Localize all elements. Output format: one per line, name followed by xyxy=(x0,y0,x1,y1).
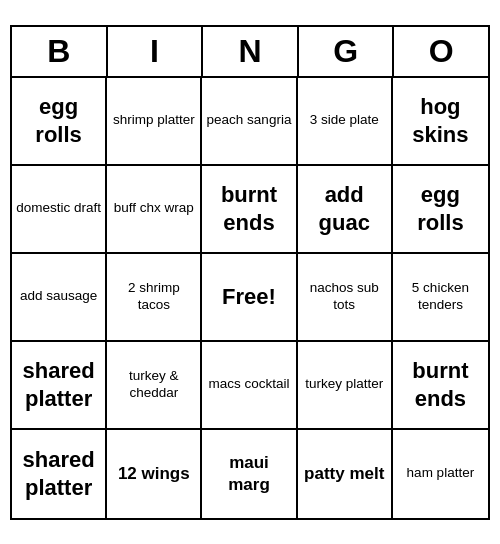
bingo-cell-9: egg rolls xyxy=(393,166,488,254)
bingo-cell-3: 3 side plate xyxy=(298,78,393,166)
header-letter-g: G xyxy=(299,27,395,76)
header-letter-b: B xyxy=(12,27,108,76)
bingo-cell-17: macs cocktail xyxy=(202,342,297,430)
bingo-header: BINGO xyxy=(12,27,488,78)
bingo-grid: egg rollsshrimp platterpeach sangria3 si… xyxy=(12,78,488,518)
bingo-cell-2: peach sangria xyxy=(202,78,297,166)
bingo-cell-23: patty melt xyxy=(298,430,393,518)
bingo-cell-8: add guac xyxy=(298,166,393,254)
bingo-cell-10: add sausage xyxy=(12,254,107,342)
bingo-cell-13: nachos sub tots xyxy=(298,254,393,342)
bingo-cell-14: 5 chicken tenders xyxy=(393,254,488,342)
bingo-cell-16: turkey & cheddar xyxy=(107,342,202,430)
header-letter-o: O xyxy=(394,27,488,76)
bingo-cell-20: shared platter xyxy=(12,430,107,518)
bingo-cell-6: buff chx wrap xyxy=(107,166,202,254)
header-letter-i: I xyxy=(108,27,204,76)
bingo-cell-11: 2 shrimp tacos xyxy=(107,254,202,342)
bingo-cell-7: burnt ends xyxy=(202,166,297,254)
bingo-cell-1: shrimp platter xyxy=(107,78,202,166)
bingo-cell-4: hog skins xyxy=(393,78,488,166)
bingo-cell-5: domestic draft xyxy=(12,166,107,254)
bingo-cell-21: 12 wings xyxy=(107,430,202,518)
bingo-cell-0: egg rolls xyxy=(12,78,107,166)
bingo-cell-15: shared platter xyxy=(12,342,107,430)
bingo-cell-19: burnt ends xyxy=(393,342,488,430)
bingo-cell-24: ham platter xyxy=(393,430,488,518)
bingo-cell-12: Free! xyxy=(202,254,297,342)
bingo-card: BINGO egg rollsshrimp platterpeach sangr… xyxy=(10,25,490,520)
bingo-cell-18: turkey platter xyxy=(298,342,393,430)
header-letter-n: N xyxy=(203,27,299,76)
bingo-cell-22: maui marg xyxy=(202,430,297,518)
